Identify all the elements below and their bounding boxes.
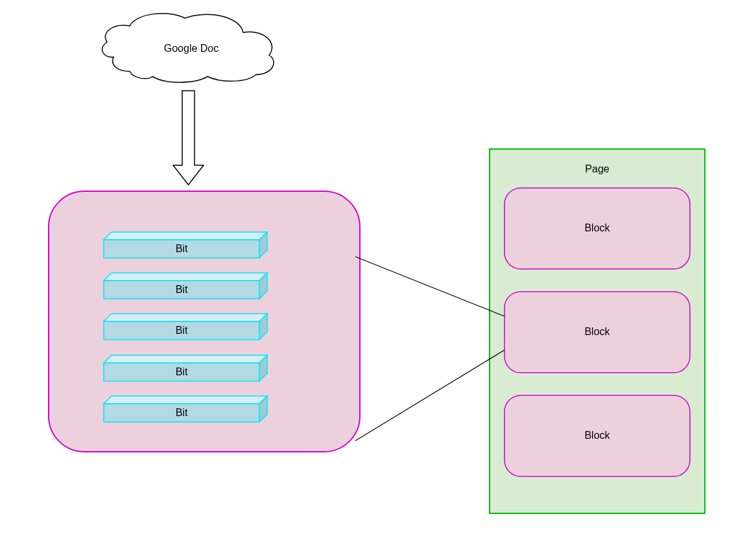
svg-marker-0 <box>104 232 267 240</box>
block-item-1: Block <box>504 292 690 373</box>
bit-label: Bit <box>176 366 188 377</box>
cloud-label: Google Doc <box>164 43 219 54</box>
block-item-2: Block <box>504 395 690 476</box>
bit-label: Bit <box>176 407 188 418</box>
svg-marker-9 <box>104 355 267 363</box>
page-title: Page <box>585 163 609 174</box>
block-label: Block <box>584 430 610 441</box>
connector-lines <box>355 257 504 441</box>
svg-marker-12 <box>104 396 267 404</box>
svg-marker-3 <box>104 273 267 281</box>
bit-item-3: Bit <box>104 355 267 381</box>
bit-item-4: Bit <box>104 396 267 422</box>
bit-item-2: Bit <box>104 314 267 340</box>
bit-label: Bit <box>176 243 188 254</box>
cloud-google-doc: Google Doc <box>102 14 274 82</box>
bit-label: Bit <box>176 284 188 295</box>
bits-panel: Bit Bit Bit Bit Bit <box>49 191 360 452</box>
connector-top <box>355 257 504 316</box>
svg-marker-6 <box>104 314 267 321</box>
page-panel: Page Block Block Block <box>490 149 705 513</box>
block-item-0: Block <box>504 188 690 269</box>
arrow-down-icon <box>173 91 204 185</box>
block-label: Block <box>584 222 610 233</box>
block-label: Block <box>584 326 610 337</box>
connector-bottom <box>355 350 504 441</box>
bit-item-1: Bit <box>104 273 267 299</box>
bit-label: Bit <box>176 325 188 336</box>
bit-item-0: Bit <box>104 232 267 258</box>
